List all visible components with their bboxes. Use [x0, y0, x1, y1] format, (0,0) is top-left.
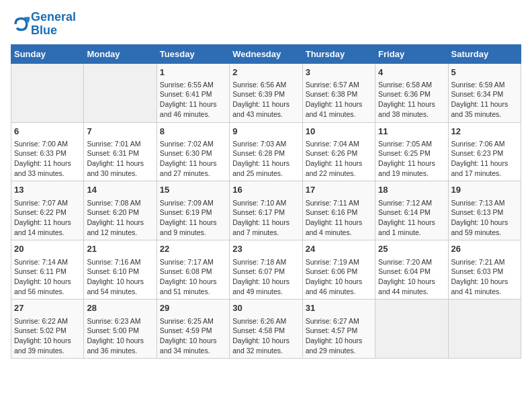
calendar-cell: 27Sunrise: 6:22 AMSunset: 5:02 PMDayligh… [11, 300, 84, 359]
calendar-cell: 14Sunrise: 7:08 AMSunset: 6:20 PMDayligh… [84, 181, 157, 240]
calendar-cell: 17Sunrise: 7:11 AMSunset: 6:16 PMDayligh… [302, 181, 375, 240]
cell-info: Sunrise: 7:21 AMSunset: 6:03 PMDaylight:… [451, 257, 518, 297]
day-number: 29 [160, 302, 226, 314]
calendar-header: SundayMondayTuesdayWednesdayThursdayFrid… [11, 44, 521, 63]
calendar-cell: 15Sunrise: 7:09 AMSunset: 6:19 PMDayligh… [157, 181, 229, 240]
calendar-cell [84, 63, 157, 122]
calendar-cell: 30Sunrise: 6:26 AMSunset: 4:58 PMDayligh… [230, 300, 302, 359]
logo-text-line1: General [31, 11, 76, 24]
header-thursday: Thursday [302, 44, 375, 63]
day-number: 8 [160, 126, 226, 138]
day-number: 10 [306, 126, 372, 138]
calendar-cell: 26Sunrise: 7:21 AMSunset: 6:03 PMDayligh… [448, 240, 521, 300]
cell-info: Sunrise: 7:16 AMSunset: 6:10 PMDaylight:… [87, 257, 153, 297]
day-number: 17 [306, 184, 372, 196]
calendar-cell: 11Sunrise: 7:05 AMSunset: 6:25 PMDayligh… [375, 122, 448, 181]
cell-info: Sunrise: 7:06 AMSunset: 6:23 PMDaylight:… [451, 139, 518, 179]
calendar-cell: 5Sunrise: 6:59 AMSunset: 6:34 PMDaylight… [448, 63, 521, 122]
cell-info: Sunrise: 6:55 AMSunset: 6:41 PMDaylight:… [160, 80, 226, 120]
cell-info: Sunrise: 7:18 AMSunset: 6:07 PMDaylight:… [232, 257, 299, 297]
day-number: 13 [14, 184, 81, 196]
day-number: 4 [378, 66, 445, 79]
cell-info: Sunrise: 6:26 AMSunset: 4:58 PMDaylight:… [232, 316, 299, 356]
calendar-cell: 7Sunrise: 7:01 AMSunset: 6:31 PMDaylight… [84, 122, 157, 181]
header-saturday: Saturday [448, 44, 521, 63]
header-sunday: Sunday [11, 44, 84, 63]
week-row-1: 1Sunrise: 6:55 AMSunset: 6:41 PMDaylight… [11, 63, 521, 122]
header-tuesday: Tuesday [157, 44, 229, 63]
cell-info: Sunrise: 7:14 AMSunset: 6:11 PMDaylight:… [14, 257, 81, 297]
header-wednesday: Wednesday [230, 44, 302, 63]
calendar-cell: 8Sunrise: 7:02 AMSunset: 6:30 PMDaylight… [157, 122, 229, 181]
calendar-cell: 18Sunrise: 7:12 AMSunset: 6:14 PMDayligh… [375, 181, 448, 240]
calendar-cell [375, 300, 448, 359]
day-number: 11 [378, 126, 445, 138]
cell-info: Sunrise: 7:05 AMSunset: 6:25 PMDaylight:… [378, 139, 445, 179]
day-number: 24 [306, 243, 372, 255]
cell-info: Sunrise: 6:22 AMSunset: 5:02 PMDaylight:… [14, 316, 81, 356]
logo-text-line2: Blue [31, 24, 76, 38]
cell-info: Sunrise: 7:12 AMSunset: 6:14 PMDaylight:… [378, 198, 445, 238]
day-number: 30 [232, 302, 299, 314]
day-number: 25 [378, 243, 445, 255]
day-number: 19 [451, 184, 518, 196]
week-row-4: 20Sunrise: 7:14 AMSunset: 6:11 PMDayligh… [11, 240, 521, 300]
day-number: 7 [87, 126, 153, 138]
cell-info: Sunrise: 7:13 AMSunset: 6:13 PMDaylight:… [451, 198, 518, 238]
day-number: 5 [451, 66, 518, 79]
cell-info: Sunrise: 7:10 AMSunset: 6:17 PMDaylight:… [232, 198, 299, 238]
calendar-cell: 9Sunrise: 7:03 AMSunset: 6:28 PMDaylight… [230, 122, 302, 181]
week-row-3: 13Sunrise: 7:07 AMSunset: 6:22 PMDayligh… [11, 181, 521, 240]
calendar-cell: 29Sunrise: 6:25 AMSunset: 4:59 PMDayligh… [157, 300, 229, 359]
day-number: 22 [160, 243, 226, 255]
day-number: 16 [232, 184, 299, 196]
calendar-cell: 10Sunrise: 7:04 AMSunset: 6:26 PMDayligh… [302, 122, 375, 181]
cell-info: Sunrise: 7:04 AMSunset: 6:26 PMDaylight:… [306, 139, 372, 179]
week-row-5: 27Sunrise: 6:22 AMSunset: 5:02 PMDayligh… [11, 300, 521, 359]
calendar-cell: 20Sunrise: 7:14 AMSunset: 6:11 PMDayligh… [11, 240, 84, 300]
calendar-cell: 12Sunrise: 7:06 AMSunset: 6:23 PMDayligh… [448, 122, 521, 181]
logo-icon [11, 15, 30, 34]
calendar-cell [448, 300, 521, 359]
day-number: 23 [232, 243, 299, 255]
day-number: 20 [14, 243, 81, 255]
day-number: 18 [378, 184, 445, 196]
cell-info: Sunrise: 7:20 AMSunset: 6:04 PMDaylight:… [378, 257, 445, 297]
day-number: 1 [160, 66, 226, 79]
cell-info: Sunrise: 7:01 AMSunset: 6:31 PMDaylight:… [87, 139, 153, 179]
logo: General Blue [11, 11, 76, 38]
calendar-cell [11, 63, 84, 122]
day-number: 26 [451, 243, 518, 255]
cell-info: Sunrise: 7:02 AMSunset: 6:30 PMDaylight:… [160, 139, 226, 179]
cell-info: Sunrise: 7:03 AMSunset: 6:28 PMDaylight:… [232, 139, 299, 179]
cell-info: Sunrise: 6:27 AMSunset: 4:57 PMDaylight:… [306, 316, 372, 356]
day-number: 6 [14, 126, 81, 138]
cell-info: Sunrise: 7:19 AMSunset: 6:06 PMDaylight:… [306, 257, 372, 297]
calendar-cell: 24Sunrise: 7:19 AMSunset: 6:06 PMDayligh… [302, 240, 375, 300]
cell-info: Sunrise: 7:11 AMSunset: 6:16 PMDaylight:… [306, 198, 372, 238]
calendar-cell: 1Sunrise: 6:55 AMSunset: 6:41 PMDaylight… [157, 63, 229, 122]
cell-info: Sunrise: 6:59 AMSunset: 6:34 PMDaylight:… [451, 80, 518, 120]
day-number: 27 [14, 302, 81, 314]
cell-info: Sunrise: 7:08 AMSunset: 6:20 PMDaylight:… [87, 198, 153, 238]
calendar-cell: 25Sunrise: 7:20 AMSunset: 6:04 PMDayligh… [375, 240, 448, 300]
calendar-cell: 2Sunrise: 6:56 AMSunset: 6:39 PMDaylight… [230, 63, 302, 122]
cell-info: Sunrise: 6:56 AMSunset: 6:39 PMDaylight:… [232, 80, 299, 120]
calendar-cell: 28Sunrise: 6:23 AMSunset: 5:00 PMDayligh… [84, 300, 157, 359]
calendar-cell: 6Sunrise: 7:00 AMSunset: 6:33 PMDaylight… [11, 122, 84, 181]
header-friday: Friday [375, 44, 448, 63]
cell-info: Sunrise: 6:25 AMSunset: 4:59 PMDaylight:… [160, 316, 226, 356]
calendar-cell: 22Sunrise: 7:17 AMSunset: 6:08 PMDayligh… [157, 240, 229, 300]
calendar-cell: 23Sunrise: 7:18 AMSunset: 6:07 PMDayligh… [230, 240, 302, 300]
calendar-cell: 4Sunrise: 6:58 AMSunset: 6:36 PMDaylight… [375, 63, 448, 122]
calendar-cell: 3Sunrise: 6:57 AMSunset: 6:38 PMDaylight… [302, 63, 375, 122]
day-number: 2 [232, 66, 299, 79]
day-number: 3 [306, 66, 372, 79]
page-header: General Blue [11, 11, 521, 38]
week-row-2: 6Sunrise: 7:00 AMSunset: 6:33 PMDaylight… [11, 122, 521, 181]
calendar-cell: 19Sunrise: 7:13 AMSunset: 6:13 PMDayligh… [448, 181, 521, 240]
calendar-cell: 31Sunrise: 6:27 AMSunset: 4:57 PMDayligh… [302, 300, 375, 359]
day-number: 28 [87, 302, 153, 314]
cell-info: Sunrise: 6:57 AMSunset: 6:38 PMDaylight:… [306, 80, 372, 120]
calendar-cell: 16Sunrise: 7:10 AMSunset: 6:17 PMDayligh… [230, 181, 302, 240]
